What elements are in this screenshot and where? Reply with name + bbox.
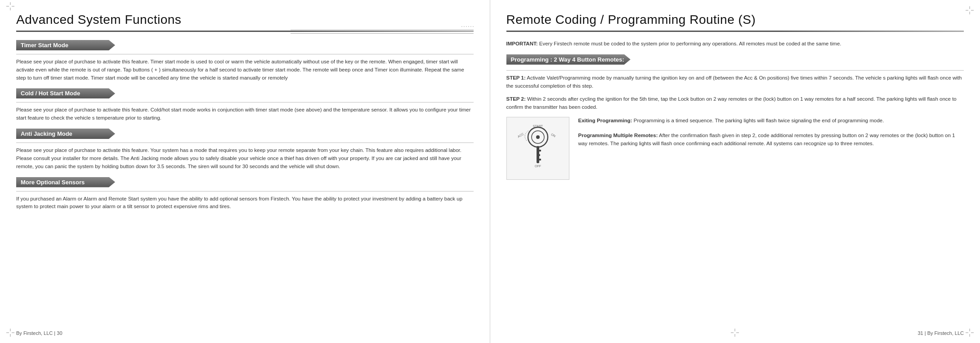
center-bottom-crosshair: [731, 329, 739, 337]
step2-text: Within 2 seconds after cycling the ignit…: [506, 96, 957, 110]
right-header-rule: [506, 31, 964, 32]
exiting-programming-text-block: Exiting Programming: Programming is a ti…: [578, 117, 964, 180]
step1-paragraph: STEP 1: Activate Valet/Programming mode …: [506, 74, 964, 90]
step1-text: Activate Valet/Programming mode by manua…: [506, 75, 962, 89]
svg-rect-21: [537, 154, 540, 156]
multiple-label: Programming Multiple Remotes:: [578, 133, 658, 138]
exiting-paragraph: Exiting Programming: Programming is a ti…: [578, 117, 964, 125]
step1-label: STEP 1:: [506, 75, 526, 80]
svg-text:ACC: ACC: [517, 132, 524, 138]
programming-label: Programming : 2 Way 4 Button Remotes:: [506, 54, 631, 65]
timer-start-section: Timer Start Mode Please see your place o…: [16, 40, 474, 82]
key-diagram: OFF ACC ON START: [506, 117, 569, 180]
cold-hot-text: Please see your place of purchase to act…: [16, 106, 474, 122]
programming-divider: [506, 70, 964, 71]
svg-text:ON: ON: [550, 133, 556, 138]
svg-text:OFF: OFF: [535, 165, 541, 168]
anti-jacking-divider: [16, 143, 474, 143]
optional-sensors-section: More Optional Sensors If you purchased a…: [16, 177, 474, 211]
cold-hot-label: Cold / Hot Start Mode: [16, 88, 115, 98]
multiple-paragraph: Programming Multiple Remotes: After the …: [578, 132, 964, 148]
ignition-key-svg: OFF ACC ON START: [513, 124, 563, 173]
right-page-title: Remote Coding / Programming Routine (S): [506, 13, 964, 27]
important-bold-label: IMPORTANT:: [506, 41, 538, 46]
right-footer: 31 | By Firstech, LLC: [917, 330, 964, 336]
crosshair-top-left: [6, 2, 14, 10]
left-page-title: Advanced System Functions: [16, 13, 474, 27]
exiting-text-content: Programming is a timed sequence. The par…: [634, 118, 884, 123]
svg-point-18: [536, 135, 540, 139]
step2-paragraph: STEP 2: Within 2 seconds after cycling t…: [506, 95, 964, 111]
left-page: Advanced System Functions Timer Start Mo…: [0, 0, 490, 343]
bottom-content: OFF ACC ON START Exiting Programming: Pr…: [506, 117, 964, 180]
exiting-label: Exiting Programming:: [578, 118, 632, 123]
optional-sensors-label: More Optional Sensors: [16, 177, 115, 187]
anti-jacking-label: Anti Jacking Mode: [16, 129, 115, 139]
crosshair-bottom-left: [6, 329, 14, 337]
crosshair-top-right: [966, 6, 974, 14]
cold-hot-section: Cold / Hot Start Mode Please see your pl…: [16, 88, 474, 122]
svg-rect-20: [537, 150, 541, 151]
right-page: Remote Coding / Programming Routine (S) …: [490, 0, 980, 343]
left-header-rule: [16, 31, 474, 32]
important-paragraph: IMPORTANT: Every Firstech remote must be…: [506, 40, 964, 48]
svg-rect-22: [537, 159, 541, 160]
important-text-content: Every Firstech remote must be coded to t…: [539, 41, 841, 46]
svg-text:START: START: [533, 125, 543, 128]
timer-start-divider: [16, 54, 474, 54]
anti-jacking-section: Anti Jacking Mode Please see your place …: [16, 129, 474, 170]
left-footer: By Firstech, LLC | 30: [16, 330, 63, 336]
timer-start-text: Please see your place of purchase to act…: [16, 58, 474, 82]
crosshair-bottom-right: [966, 329, 974, 337]
anti-jacking-text: Please see your place of purchase to act…: [16, 147, 474, 170]
optional-sensors-divider: [16, 191, 474, 192]
optional-sensors-text: If you purchased an Alarm or Alarm and R…: [16, 195, 474, 211]
timer-start-label: Timer Start Mode: [16, 40, 115, 50]
cold-hot-divider: [16, 102, 474, 102]
step2-label: STEP 2:: [506, 96, 526, 102]
